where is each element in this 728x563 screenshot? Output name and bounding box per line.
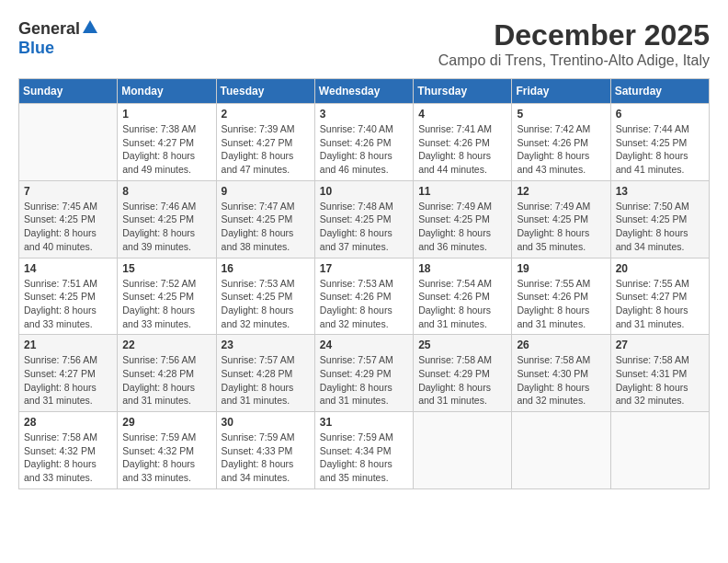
calendar-cell: 18Sunrise: 7:54 AMSunset: 4:26 PMDayligh…	[414, 258, 512, 335]
calendar-cell: 14Sunrise: 7:51 AMSunset: 4:25 PMDayligh…	[19, 258, 118, 335]
calendar-header-row: SundayMondayTuesdayWednesdayThursdayFrid…	[19, 79, 710, 104]
calendar-cell: 21Sunrise: 7:56 AMSunset: 4:27 PMDayligh…	[19, 335, 118, 412]
day-info: Sunrise: 7:58 AMSunset: 4:31 PMDaylight:…	[616, 353, 704, 408]
week-row-1: 1Sunrise: 7:38 AMSunset: 4:27 PMDaylight…	[19, 104, 710, 181]
day-info: Sunrise: 7:58 AMSunset: 4:30 PMDaylight:…	[517, 353, 605, 408]
calendar-cell	[414, 412, 512, 489]
day-number: 24	[320, 339, 408, 351]
day-info: Sunrise: 7:57 AMSunset: 4:29 PMDaylight:…	[320, 353, 408, 408]
day-info: Sunrise: 7:59 AMSunset: 4:33 PMDaylight:…	[222, 431, 310, 485]
calendar-cell: 30Sunrise: 7:59 AMSunset: 4:33 PMDayligh…	[216, 412, 314, 489]
day-number: 7	[24, 185, 112, 198]
calendar-cell: 25Sunrise: 7:58 AMSunset: 4:29 PMDayligh…	[414, 335, 512, 412]
day-number: 14	[24, 262, 112, 275]
day-info: Sunrise: 7:55 AMSunset: 4:26 PMDaylight:…	[517, 277, 605, 331]
day-info: Sunrise: 7:55 AMSunset: 4:27 PMDaylight:…	[616, 277, 704, 331]
day-number: 26	[517, 339, 605, 351]
calendar-cell: 20Sunrise: 7:55 AMSunset: 4:27 PMDayligh…	[610, 258, 709, 335]
day-info: Sunrise: 7:56 AMSunset: 4:28 PMDaylight:…	[122, 353, 210, 408]
calendar-cell: 10Sunrise: 7:48 AMSunset: 4:25 PMDayligh…	[314, 180, 413, 258]
calendar-cell	[19, 104, 118, 181]
day-info: Sunrise: 7:57 AMSunset: 4:28 PMDaylight:…	[222, 353, 310, 408]
day-number: 12	[517, 185, 605, 198]
day-number: 1	[122, 108, 210, 121]
header-monday: Monday	[118, 79, 216, 104]
logo: General Blue	[18, 18, 98, 58]
day-number: 22	[122, 339, 210, 351]
calendar-cell: 8Sunrise: 7:46 AMSunset: 4:25 PMDaylight…	[118, 180, 216, 258]
day-info: Sunrise: 7:48 AMSunset: 4:25 PMDaylight:…	[320, 200, 408, 254]
day-info: Sunrise: 7:49 AMSunset: 4:25 PMDaylight:…	[517, 200, 605, 254]
day-number: 5	[517, 108, 605, 121]
logo-general-text: General	[18, 19, 80, 39]
header-friday: Friday	[512, 79, 610, 104]
day-info: Sunrise: 7:46 AMSunset: 4:25 PMDaylight:…	[122, 200, 210, 254]
calendar-cell: 27Sunrise: 7:58 AMSunset: 4:31 PMDayligh…	[610, 335, 709, 412]
header-saturday: Saturday	[610, 79, 709, 104]
day-info: Sunrise: 7:53 AMSunset: 4:25 PMDaylight:…	[222, 277, 310, 331]
calendar-cell: 29Sunrise: 7:59 AMSunset: 4:32 PMDayligh…	[118, 412, 216, 489]
calendar-cell: 5Sunrise: 7:42 AMSunset: 4:26 PMDaylight…	[512, 104, 610, 181]
day-info: Sunrise: 7:44 AMSunset: 4:25 PMDaylight:…	[616, 122, 704, 177]
calendar-cell: 11Sunrise: 7:49 AMSunset: 4:25 PMDayligh…	[414, 180, 512, 258]
calendar-cell: 13Sunrise: 7:50 AMSunset: 4:25 PMDayligh…	[610, 180, 709, 258]
day-number: 30	[222, 416, 310, 429]
day-number: 18	[418, 262, 506, 275]
day-info: Sunrise: 7:42 AMSunset: 4:26 PMDaylight:…	[517, 122, 605, 177]
day-info: Sunrise: 7:58 AMSunset: 4:32 PMDaylight:…	[24, 431, 112, 485]
logo-blue-text: Blue	[18, 39, 54, 58]
calendar-cell: 23Sunrise: 7:57 AMSunset: 4:28 PMDayligh…	[216, 335, 314, 412]
day-number: 25	[418, 339, 506, 351]
day-info: Sunrise: 7:59 AMSunset: 4:32 PMDaylight:…	[122, 431, 210, 485]
day-number: 31	[320, 416, 408, 429]
day-info: Sunrise: 7:59 AMSunset: 4:34 PMDaylight:…	[320, 431, 408, 485]
day-info: Sunrise: 7:38 AMSunset: 4:27 PMDaylight:…	[122, 122, 210, 177]
day-info: Sunrise: 7:56 AMSunset: 4:27 PMDaylight:…	[24, 353, 112, 408]
day-info: Sunrise: 7:50 AMSunset: 4:25 PMDaylight:…	[616, 200, 704, 254]
calendar-table: SundayMondayTuesdayWednesdayThursdayFrid…	[18, 78, 710, 489]
calendar-cell: 6Sunrise: 7:44 AMSunset: 4:25 PMDaylight…	[610, 104, 709, 181]
day-info: Sunrise: 7:53 AMSunset: 4:26 PMDaylight:…	[320, 277, 408, 331]
day-number: 17	[320, 262, 408, 275]
calendar-cell: 12Sunrise: 7:49 AMSunset: 4:25 PMDayligh…	[512, 180, 610, 258]
header-sunday: Sunday	[19, 79, 118, 104]
day-number: 9	[222, 185, 310, 198]
day-number: 27	[616, 339, 704, 351]
calendar-cell: 22Sunrise: 7:56 AMSunset: 4:28 PMDayligh…	[118, 335, 216, 412]
day-info: Sunrise: 7:41 AMSunset: 4:26 PMDaylight:…	[418, 122, 506, 177]
calendar-cell: 2Sunrise: 7:39 AMSunset: 4:27 PMDaylight…	[216, 104, 314, 181]
calendar-cell: 15Sunrise: 7:52 AMSunset: 4:25 PMDayligh…	[118, 258, 216, 335]
day-info: Sunrise: 7:39 AMSunset: 4:27 PMDaylight:…	[222, 122, 310, 177]
week-row-4: 21Sunrise: 7:56 AMSunset: 4:27 PMDayligh…	[19, 335, 710, 412]
day-info: Sunrise: 7:52 AMSunset: 4:25 PMDaylight:…	[122, 277, 210, 331]
header: General Blue December 2025 Campo di Tren…	[18, 18, 710, 69]
day-info: Sunrise: 7:54 AMSunset: 4:26 PMDaylight:…	[418, 277, 506, 331]
header-wednesday: Wednesday	[314, 79, 413, 104]
day-info: Sunrise: 7:47 AMSunset: 4:25 PMDaylight:…	[222, 200, 310, 254]
header-tuesday: Tuesday	[216, 79, 314, 104]
svg-marker-0	[83, 20, 97, 33]
logo-triangle-icon	[82, 18, 98, 35]
month-year-title: December 2025	[438, 18, 710, 52]
calendar-cell	[610, 412, 709, 489]
day-info: Sunrise: 7:51 AMSunset: 4:25 PMDaylight:…	[24, 277, 112, 331]
day-number: 2	[222, 108, 310, 121]
day-number: 16	[222, 262, 310, 275]
calendar-cell: 31Sunrise: 7:59 AMSunset: 4:34 PMDayligh…	[314, 412, 413, 489]
day-number: 21	[24, 339, 112, 351]
calendar-cell: 1Sunrise: 7:38 AMSunset: 4:27 PMDaylight…	[118, 104, 216, 181]
day-number: 4	[418, 108, 506, 121]
week-row-3: 14Sunrise: 7:51 AMSunset: 4:25 PMDayligh…	[19, 258, 710, 335]
calendar-cell	[512, 412, 610, 489]
calendar-cell: 3Sunrise: 7:40 AMSunset: 4:26 PMDaylight…	[314, 104, 413, 181]
day-number: 6	[616, 108, 704, 121]
week-row-5: 28Sunrise: 7:58 AMSunset: 4:32 PMDayligh…	[19, 412, 710, 489]
calendar-cell: 17Sunrise: 7:53 AMSunset: 4:26 PMDayligh…	[314, 258, 413, 335]
day-number: 13	[616, 185, 704, 198]
day-number: 28	[24, 416, 112, 429]
day-number: 23	[222, 339, 310, 351]
calendar-cell: 19Sunrise: 7:55 AMSunset: 4:26 PMDayligh…	[512, 258, 610, 335]
day-info: Sunrise: 7:49 AMSunset: 4:25 PMDaylight:…	[418, 200, 506, 254]
day-number: 10	[320, 185, 408, 198]
calendar-cell: 16Sunrise: 7:53 AMSunset: 4:25 PMDayligh…	[216, 258, 314, 335]
